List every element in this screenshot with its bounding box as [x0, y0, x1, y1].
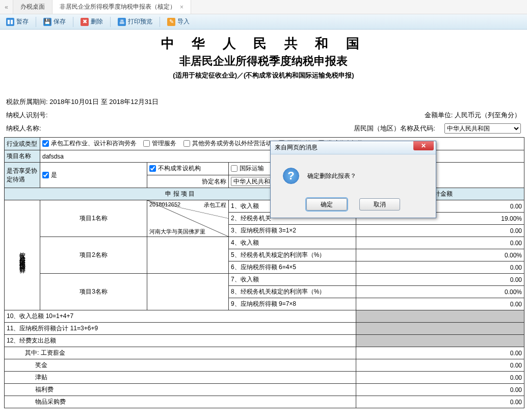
dialog-close-button[interactable]: ✕ — [413, 141, 434, 150]
question-icon: ? — [283, 168, 299, 184]
val-3[interactable]: 0.00 — [356, 225, 524, 237]
line-12d: 福利费 — [5, 384, 356, 396]
save-button[interactable]: 💾保存 — [40, 16, 69, 27]
print-preview-button[interactable]: 🖶打印预览 — [115, 16, 155, 27]
treaty-yes[interactable]: 是 — [42, 171, 57, 179]
val-4[interactable]: 0.00 — [356, 237, 524, 249]
val-12b[interactable]: 0.00 — [356, 359, 524, 372]
val-12c[interactable]: 0.00 — [356, 372, 524, 384]
val-6[interactable]: 0.00 — [356, 261, 524, 274]
taxpayer-name-label: 纳税人名称: — [6, 122, 41, 135]
line-8: 8、经税务机关核定的利润率（%） — [229, 286, 356, 298]
line-12c: 津贴 — [5, 372, 356, 384]
close-icon[interactable]: × — [180, 4, 183, 11]
line-6: 6、应纳税所得额 6=4×5 — [229, 261, 356, 274]
tab-desktop[interactable]: 办税桌面 — [13, 0, 52, 14]
dialog-cancel-button[interactable]: 取消 — [359, 198, 400, 211]
import-button[interactable]: ✎导入 — [164, 16, 193, 27]
content-area: 中 华 人 民 共 和 国 非居民企业所得税季度纳税申报表 (适用于核定征收企业… — [0, 30, 527, 412]
line-12e: 物品采购费 — [5, 396, 356, 408]
main-table: 行业或类型 承包工程作业、设计和咨询劳务 管理服务 其他劳务或劳务以外经营活动 … — [4, 137, 524, 408]
save-icon: 💾 — [43, 18, 51, 26]
left-block-label: 按收入总额核定应纳税所得额的计算 — [5, 200, 40, 310]
unit-label: 金额单位: 人民币元（列至角分） — [425, 109, 521, 122]
period-value: 2018年10月01日 至 2018年12月31日 — [49, 98, 159, 106]
period-label: 税款所属期间: — [6, 98, 48, 106]
line-12b: 奖金 — [5, 359, 356, 372]
proj2-info — [147, 237, 229, 274]
pause-button[interactable]: ▮▮暂存 — [3, 16, 32, 27]
pause-icon: ▮▮ — [6, 18, 14, 26]
val-8[interactable]: 0.00% — [356, 286, 524, 298]
industry-label: 行业或类型 — [5, 138, 40, 150]
val-12e[interactable]: 0.00 — [356, 396, 524, 408]
treaty-sub1[interactable]: 不构成常设机构 — [149, 164, 201, 173]
val-11 — [356, 323, 524, 335]
tab-label: 非居民企业所得税季度纳税申报表（核定） — [60, 3, 176, 11]
line-12: 12、经费支出总额 — [5, 335, 356, 347]
treaty-sub2[interactable]: 国际运输 — [231, 164, 264, 173]
toolbar: ▮▮暂存 💾保存 ✖删除 🖶打印预览 ✎导入 — [0, 14, 527, 30]
line-3: 3、应纳税所得额 3=1×2 — [229, 225, 356, 237]
country-label: 居民国（地区）名称及代码: — [354, 124, 435, 132]
val-9[interactable]: 0.00 — [356, 298, 524, 310]
proj3-info — [147, 274, 229, 310]
delete-button[interactable]: ✖删除 — [77, 16, 106, 27]
line-5: 5、经税务机关核定的利润率（%） — [229, 249, 356, 261]
line-9: 9、应纳税所得额 9=7×8 — [229, 298, 356, 310]
opt-contract[interactable]: 承包工程作业、设计和咨询劳务 — [42, 139, 137, 148]
dialog-ok-button[interactable]: 确定 — [306, 198, 347, 211]
separator — [36, 17, 36, 27]
separator — [73, 17, 73, 27]
tabs-back-button[interactable]: « — [0, 0, 13, 14]
print-icon: 🖶 — [118, 18, 126, 26]
proj2-label: 项目2名称 — [40, 237, 147, 274]
val-7[interactable]: 0.00 — [356, 274, 524, 286]
opt-manage[interactable]: 管理服务 — [143, 139, 176, 148]
country-select[interactable]: 中华人民共和国 — [444, 123, 521, 134]
import-icon: ✎ — [167, 18, 175, 26]
proj3-label: 项目3名称 — [40, 274, 147, 310]
dialog-title: 来自网页的消息 — [275, 143, 318, 152]
line-11: 11、应纳税所得额合计 11=3+6+9 — [5, 323, 356, 335]
val-12 — [356, 335, 524, 347]
val-5[interactable]: 0.00% — [356, 249, 524, 261]
agreement-label: 协定名称 — [147, 175, 229, 188]
treaty-label: 是否享受协定待遇 — [5, 163, 40, 188]
dialog-message: 确定删除此报表？ — [307, 172, 356, 180]
tab-report[interactable]: 非居民企业所得税季度纳税申报表（核定） × — [52, 0, 191, 14]
page-note: (适用于核定征收企业)／(不构成常设机构和国际运输免税申报) — [4, 71, 523, 80]
proj1-info: 2018012652 承包工程 河南大学与美国佛罗里 — [147, 200, 229, 237]
line-12a: 其中: 工资薪金 — [5, 347, 356, 359]
confirm-dialog: 来自网页的消息 ✕ ? 确定删除此报表？ 确定 取消 — [270, 141, 436, 218]
opt-other[interactable]: 其他劳务或劳务以外经营活动 — [183, 139, 272, 148]
val-12d[interactable]: 0.00 — [356, 384, 524, 396]
separator — [160, 17, 160, 27]
separator — [110, 17, 111, 27]
val-10 — [356, 310, 524, 323]
line-7: 7、收入额 — [229, 274, 356, 286]
delete-icon: ✖ — [81, 18, 89, 26]
taxpayer-id-label: 纳税人识别号: — [6, 109, 48, 122]
project-name-label: 项目名称 — [5, 150, 40, 163]
page-subtitle: 非居民企业所得税季度纳税申报表 — [4, 54, 523, 69]
tab-label: 办税桌面 — [20, 3, 45, 11]
meta-block: 税款所属期间: 2018年10月01日 至 2018年12月31日 纳税人识别号… — [4, 95, 523, 135]
line-10: 10、收入总额 10=1+4+7 — [5, 310, 356, 323]
dialog-titlebar: 来自网页的消息 ✕ — [271, 141, 436, 154]
line-4: 4、收入额 — [229, 237, 356, 249]
proj1-label: 项目1名称 — [40, 200, 147, 237]
page-title: 中 华 人 民 共 和 国 — [4, 35, 523, 52]
val-12a[interactable]: 0.00 — [356, 347, 524, 359]
tab-bar: « 办税桌面 非居民企业所得税季度纳税申报表（核定） × — [0, 0, 527, 14]
